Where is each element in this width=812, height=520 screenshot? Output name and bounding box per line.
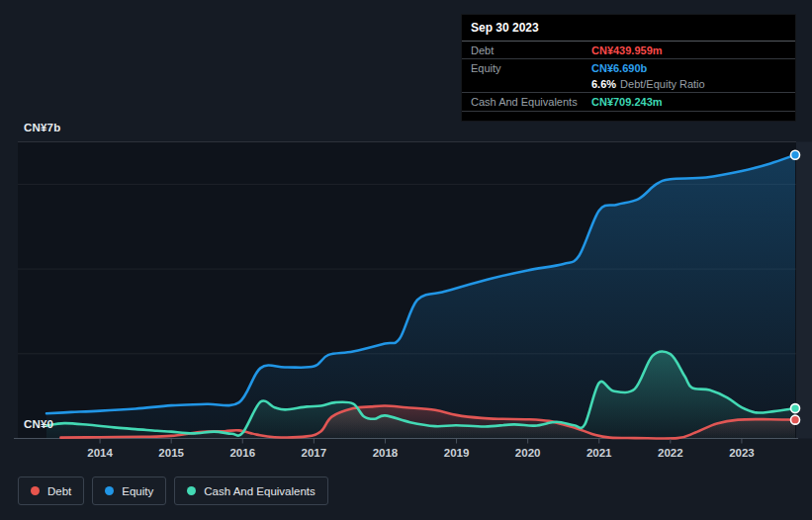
- x-axis-label: 2020: [515, 447, 541, 459]
- x-axis-label: 2021: [586, 447, 612, 459]
- legend-item-cash[interactable]: Cash And Equivalents: [174, 477, 328, 505]
- hover-strip: [796, 142, 812, 439]
- legend-debt-label: Debt: [47, 485, 71, 497]
- cash-and-equivalents-end-marker: [791, 404, 800, 413]
- y-axis-zero-label: CN¥0: [24, 418, 53, 430]
- legend-item-equity[interactable]: Equity: [92, 477, 166, 505]
- tooltip-row-cash: Cash And Equivalents CN¥709.243m: [462, 93, 795, 112]
- x-axis-label: 2016: [229, 447, 255, 459]
- tooltip-row-ratio: 6.6%Debt/Equity Ratio: [462, 76, 795, 93]
- legend-equity-label: Equity: [122, 485, 153, 497]
- x-axis-label: 2015: [158, 447, 184, 459]
- chart-legend: Debt Equity Cash And Equivalents: [18, 477, 328, 505]
- tooltip-date: Sep 30 2023: [462, 15, 795, 42]
- legend-item-debt[interactable]: Debt: [18, 477, 84, 505]
- equity-end-marker: [791, 150, 800, 159]
- cash-series-dot-icon: [187, 486, 196, 495]
- x-axis-label: 2019: [444, 447, 470, 459]
- chart-tooltip: Sep 30 2023 Debt CN¥439.959m Equity CN¥6…: [461, 14, 796, 122]
- x-axis-label: 2018: [373, 447, 399, 459]
- tooltip-debt-value: CN¥439.959m: [591, 44, 663, 56]
- tooltip-cash-label: Cash And Equivalents: [471, 96, 591, 108]
- debt-equity-ratio-label: Debt/Equity Ratio: [620, 78, 705, 90]
- tooltip-equity-label: Equity: [471, 62, 591, 74]
- legend-cash-label: Cash And Equivalents: [204, 485, 316, 497]
- equity-series-dot-icon: [105, 486, 114, 495]
- debt-series-dot-icon: [31, 486, 40, 495]
- x-axis-label: 2022: [658, 447, 683, 459]
- tooltip-debt-label: Debt: [471, 44, 591, 56]
- x-axis-label: 2014: [87, 447, 113, 459]
- tooltip-row-debt: Debt CN¥439.959m: [462, 42, 795, 59]
- x-axis-label: 2017: [302, 447, 327, 459]
- debt-end-marker: [791, 415, 800, 424]
- debt-equity-ratio-value: 6.6%: [591, 78, 616, 90]
- tooltip-row-equity: Equity CN¥6.690b: [462, 59, 795, 76]
- tooltip-equity-value: CN¥6.690b: [591, 62, 647, 74]
- debt-equity-history-card: 2014201520162017201820192020202120222023…: [0, 0, 812, 520]
- tooltip-cash-value: CN¥709.243m: [591, 96, 663, 108]
- x-axis-label: 2023: [729, 447, 755, 459]
- y-axis-top-label: CN¥7b: [24, 122, 60, 133]
